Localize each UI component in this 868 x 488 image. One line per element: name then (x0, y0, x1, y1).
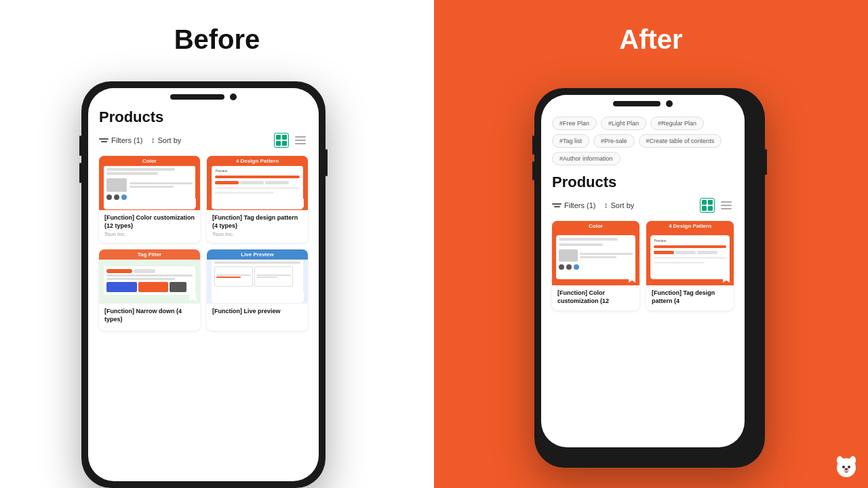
product-name-0: [Function] Color customization (12 types… (104, 214, 195, 230)
notch-pill (170, 94, 224, 100)
product-card-1[interactable]: 4 Design Pattern Preview (207, 156, 308, 243)
product-card-3[interactable]: Live Preview (207, 249, 308, 330)
thumb-content-1: Preview (212, 165, 302, 209)
dot-1 (106, 195, 112, 200)
product-thumb-1: 4 Design Pattern Preview (207, 156, 308, 210)
product-card-0[interactable]: Color (99, 156, 200, 243)
notch-camera (230, 94, 237, 100)
tag-pre-sale[interactable]: #Pre-sale (593, 134, 635, 148)
product-thumb-3: Live Preview (207, 249, 308, 304)
right-sort-btn[interactable]: ↕ Sort by (604, 201, 634, 210)
product-name-3: [Function] Live preview (212, 308, 302, 316)
right-list-view-btn[interactable] (719, 198, 734, 213)
right-notch-bar (541, 95, 745, 110)
svg-point-4 (848, 466, 850, 468)
tags-grid: #Free Plan #Light Plan #Regular Plan #Ta… (552, 117, 734, 165)
product-info-3: [Function] Live preview (207, 304, 308, 323)
sort-icon: ↕ (151, 136, 155, 145)
right-bookmark-0 (629, 274, 635, 283)
right-products-title: Products (552, 174, 734, 191)
right-bookmark-1 (723, 274, 730, 283)
side-btn-volume-down (79, 163, 81, 183)
left-filter-bar: Filters (1) ↕ Sort by (99, 133, 308, 148)
product-badge-0: Color (99, 156, 200, 166)
right-tags-section: #Free Plan #Light Plan #Regular Plan #Ta… (541, 110, 745, 165)
right-dot-2 (566, 264, 572, 270)
right-dot-1 (559, 264, 564, 270)
left-sort-btn[interactable]: ↕ Sort by (151, 136, 181, 145)
right-phone-inner: #Free Plan #Light Plan #Regular Plan #Ta… (541, 95, 745, 447)
right-panel-title: After (619, 24, 682, 55)
right-product-thumb-0: Color (552, 221, 639, 285)
tag-free-plan[interactable]: #Free Plan (552, 117, 597, 130)
left-view-icons (274, 133, 308, 148)
notch-bar (88, 88, 319, 103)
right-sort-label: Sort by (610, 201, 634, 209)
left-filter-btn[interactable]: Filters (1) (99, 136, 142, 144)
right-view-icons (700, 198, 734, 213)
left-products-title: Products (99, 108, 308, 126)
product-thumb-2: Tag Filter (99, 249, 200, 304)
right-products-grid: Color (552, 221, 734, 310)
left-grid-view-btn[interactable] (274, 133, 289, 148)
product-badge-2: Tag Filter (99, 249, 200, 260)
tag-author-info[interactable]: #Author information (552, 152, 620, 165)
right-grid-view-btn[interactable] (700, 198, 715, 213)
right-product-info-1: [Function] Tag design pattern (4 (646, 285, 734, 310)
right-filter-bar: Filters (1) ↕ Sort by (552, 198, 734, 213)
right-product-thumb-1: 4 Design Pattern Preview (646, 221, 734, 285)
dog-mascot-icon (833, 453, 860, 480)
right-panel: After #Free Plan #Light Plan #Regular Pl… (434, 0, 868, 488)
left-phone-inner: Products Filters (1) ↕ Sort by (88, 88, 319, 481)
product-badge-1: 4 Design Pattern (207, 156, 308, 166)
svg-point-3 (842, 466, 845, 468)
right-product-name-0: [Function] Color customization (12 (557, 289, 634, 305)
right-thumb-dots (559, 264, 632, 270)
svg-point-6 (845, 468, 848, 470)
right-side-btn-volume-down (532, 161, 534, 180)
product-badge-3: Live Preview (207, 249, 308, 260)
right-dot-3 (574, 264, 579, 270)
product-info-0: [Function] Color customization (12 types… (99, 210, 200, 243)
left-panel-title: Before (174, 24, 260, 55)
right-filter-btn[interactable]: Filters (1) (552, 201, 595, 209)
right-product-card-1[interactable]: 4 Design Pattern Preview (646, 221, 734, 310)
product-author-0: Tsun Inc. (104, 231, 195, 237)
tag-regular-plan[interactable]: #Regular Plan (650, 117, 704, 130)
right-notch-pill (613, 101, 660, 106)
dot-2 (114, 195, 119, 200)
side-btn-volume-up (79, 136, 81, 156)
filter-icon (99, 137, 108, 144)
right-side-btn-volume-up (532, 136, 534, 155)
right-sort-icon: ↕ (604, 201, 608, 210)
left-phone-content: Products Filters (1) ↕ Sort by (88, 103, 319, 336)
product-card-2[interactable]: Tag Filter (99, 249, 200, 330)
dot-3 (121, 195, 127, 200)
right-product-badge-1: 4 Design Pattern (646, 221, 734, 231)
right-filter-icon (552, 202, 561, 209)
left-panel: Before Products Filters (1) (0, 0, 434, 488)
product-name-1: [Function] Tag design pattern (4 types) (212, 214, 302, 230)
tag-create-table[interactable]: #Create table of contents (639, 134, 722, 148)
product-info-1: [Function] Tag design pattern (4 types) … (207, 210, 308, 243)
product-thumb-0: Color (99, 156, 200, 210)
product-author-1: Tsun Inc. (212, 231, 302, 237)
product-info-2: [Function] Narrow down (4 types) (99, 304, 200, 330)
thumb-content-0 (104, 165, 195, 209)
right-product-badge-0: Color (552, 221, 639, 231)
thumb-dots (106, 195, 192, 200)
right-phone-content: Products Filters (1) ↕ Sort by (541, 171, 745, 316)
thumb-content-3 (212, 259, 302, 303)
product-name-2: [Function] Narrow down (4 types) (104, 308, 195, 323)
right-thumb-content-0 (556, 235, 635, 279)
left-list-view-btn[interactable] (293, 133, 308, 148)
bookmark-2 (189, 292, 196, 301)
right-phone-frame: #Free Plan #Light Plan #Regular Plan #Ta… (534, 88, 765, 468)
tag-tag-list[interactable]: #Tag list (552, 134, 589, 148)
left-filter-label: Filters (1) (111, 136, 142, 144)
tag-light-plan[interactable]: #Light Plan (601, 117, 646, 130)
left-sort-label: Sort by (157, 136, 181, 144)
right-product-card-0[interactable]: Color (552, 221, 639, 310)
right-notch-camera (666, 100, 673, 107)
right-product-info-0: [Function] Color customization (12 (552, 285, 639, 310)
